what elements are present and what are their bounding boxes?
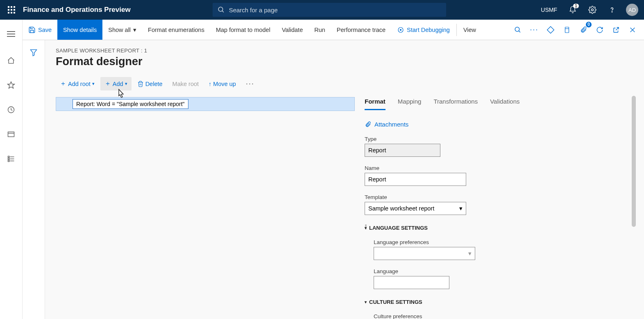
- notification-badge: 1: [573, 4, 579, 8]
- show-details-label: Show details: [63, 27, 97, 33]
- modules-icon[interactable]: [3, 151, 19, 167]
- arrow-up-icon: ↑: [209, 81, 211, 87]
- filter-icon[interactable]: [29, 48, 38, 319]
- settings-icon[interactable]: [584, 2, 601, 18]
- svg-line-10: [222, 11, 224, 12]
- save-button[interactable]: Save: [23, 20, 57, 40]
- template-label: Template: [365, 194, 633, 200]
- workspaces-icon[interactable]: [3, 126, 19, 143]
- template-select[interactable]: Sample worksheet report ▾: [365, 202, 466, 215]
- chevron-down-icon: ▾: [92, 81, 95, 86]
- diamond-icon[interactable]: [543, 23, 558, 37]
- lang-pref-label: Language preferences: [374, 239, 633, 245]
- svg-rect-0: [8, 6, 9, 8]
- svg-rect-28: [8, 156, 9, 157]
- more-icon[interactable]: ···: [527, 23, 542, 37]
- collapse-icon: ▾: [365, 300, 367, 304]
- map-format-button[interactable]: Map format to model: [210, 20, 276, 40]
- show-all-button[interactable]: Show all ▾: [102, 20, 142, 40]
- svg-rect-17: [565, 27, 569, 33]
- save-label: Save: [38, 27, 52, 33]
- tab-transformations[interactable]: Transformations: [433, 97, 478, 110]
- page-title: Format designer: [56, 55, 633, 68]
- tree-node-label: Report: Word = "Sample worksheet report": [73, 99, 188, 109]
- scrollbar-thumb[interactable]: [632, 96, 636, 227]
- tab-mapping[interactable]: Mapping: [398, 97, 422, 110]
- separator: [456, 24, 457, 36]
- svg-point-14: [400, 29, 401, 30]
- collapse-icon: ▾: [365, 226, 367, 230]
- user-avatar[interactable]: AD: [626, 4, 638, 16]
- language-settings-header[interactable]: ▾ LANGUAGE SETTINGS: [365, 225, 633, 231]
- attachment-count-icon[interactable]: 0: [576, 23, 591, 37]
- global-search-input[interactable]: [213, 3, 446, 17]
- svg-rect-5: [14, 9, 15, 11]
- culture-pref-label: Culture preferences: [374, 313, 633, 319]
- validate-button[interactable]: Validate: [276, 20, 308, 40]
- type-label: Type: [365, 136, 633, 142]
- svg-point-9: [218, 7, 223, 11]
- add-root-button[interactable]: ＋ Add root ▾: [56, 77, 99, 90]
- attachments-label: Attachments: [374, 121, 408, 128]
- chevron-down-icon: ▾: [459, 205, 463, 212]
- start-debug-label: Start Debugging: [407, 27, 450, 33]
- move-up-button[interactable]: ↑ Move up: [204, 78, 240, 90]
- svg-rect-3: [8, 9, 9, 11]
- attachments-button[interactable]: Attachments: [365, 121, 633, 128]
- home-icon[interactable]: [3, 52, 19, 69]
- help-icon[interactable]: [604, 2, 620, 18]
- recent-icon[interactable]: [3, 102, 19, 118]
- svg-rect-30: [8, 160, 9, 161]
- refresh-icon[interactable]: [592, 23, 607, 37]
- show-details-button[interactable]: Show details: [57, 20, 102, 40]
- overflow-menu-icon[interactable]: ···: [242, 77, 259, 90]
- svg-rect-7: [11, 12, 12, 14]
- tab-validations[interactable]: Validations: [490, 97, 519, 110]
- svg-rect-8: [14, 12, 15, 14]
- name-field[interactable]: [365, 173, 466, 186]
- svg-line-16: [519, 31, 520, 32]
- start-debugging-button[interactable]: Start Debugging: [391, 20, 456, 40]
- show-all-label: Show all: [108, 27, 131, 33]
- tree-node-selected[interactable]: Report: Word = "Sample worksheet report": [56, 97, 355, 111]
- lang-pref-select[interactable]: ▾: [374, 247, 475, 260]
- lang-label: Language: [374, 268, 633, 274]
- svg-point-15: [515, 27, 519, 32]
- type-field: [365, 144, 440, 157]
- search-icon[interactable]: [510, 23, 525, 37]
- chevron-down-icon: ▾: [468, 250, 472, 257]
- name-label: Name: [365, 165, 633, 171]
- office-icon[interactable]: [560, 23, 574, 37]
- app-title: Finance and Operations Preview: [23, 6, 131, 14]
- company-label[interactable]: USMF: [537, 7, 561, 13]
- view-button[interactable]: View: [458, 20, 482, 40]
- plus-icon: ＋: [104, 79, 111, 88]
- run-button[interactable]: Run: [308, 20, 331, 40]
- lang-field: [374, 276, 449, 289]
- svg-rect-26: [8, 132, 14, 137]
- culture-settings-header[interactable]: ▾ CULTURE SETTINGS: [365, 299, 633, 305]
- hamburger-icon[interactable]: [3, 24, 19, 44]
- plus-icon: ＋: [60, 79, 66, 88]
- app-launcher-icon[interactable]: [3, 2, 20, 18]
- attachment-badge: 0: [586, 22, 592, 27]
- make-root-button: Make root: [168, 78, 203, 90]
- svg-rect-6: [8, 12, 9, 14]
- svg-marker-34: [31, 50, 37, 56]
- chevron-down-icon: ▾: [125, 81, 127, 86]
- delete-button[interactable]: Delete: [133, 78, 167, 90]
- svg-rect-4: [11, 9, 12, 11]
- tab-format[interactable]: Format: [365, 97, 385, 110]
- notifications-icon[interactable]: 1: [565, 2, 581, 18]
- performance-trace-button[interactable]: Performance trace: [331, 20, 391, 40]
- chevron-down-icon: ▾: [133, 27, 136, 33]
- svg-rect-29: [8, 158, 9, 159]
- add-button[interactable]: ＋ Add ▾: [100, 77, 132, 90]
- svg-rect-1: [11, 6, 12, 8]
- svg-point-11: [592, 9, 594, 11]
- format-enumerations-button[interactable]: Format enumerations: [142, 20, 210, 40]
- close-icon[interactable]: [625, 23, 640, 37]
- search-icon: [218, 6, 225, 14]
- popout-icon[interactable]: [609, 23, 624, 37]
- favorites-icon[interactable]: [3, 77, 19, 93]
